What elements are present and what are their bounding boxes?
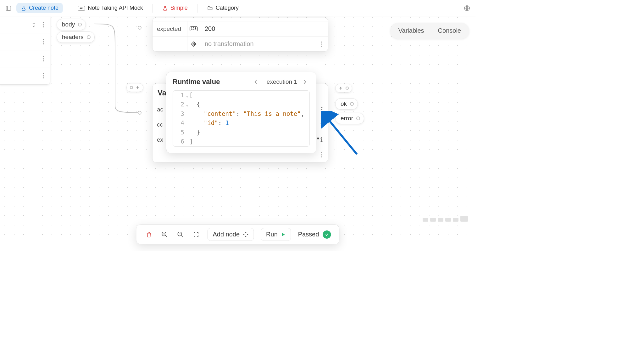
bottom-toolbar: Add node Run Passed <box>136 224 339 244</box>
svg-point-26 <box>321 154 322 155</box>
svg-point-17 <box>138 26 141 29</box>
svg-point-24 <box>321 111 322 112</box>
add-node-button[interactable]: Add node <box>207 228 254 241</box>
svg-point-8 <box>42 39 43 40</box>
pill-label: body <box>62 21 75 28</box>
separator <box>197 4 197 13</box>
kebab-icon[interactable] <box>39 55 47 63</box>
api-icon: API <box>78 6 85 11</box>
port-dot[interactable] <box>356 116 360 120</box>
execution-label: execution 1 <box>267 78 297 85</box>
expected-panel: expected 123 200 no transformation <box>152 18 328 52</box>
output-pill-ok[interactable]: ok <box>335 98 358 110</box>
tab-label: Create note <box>29 5 58 11</box>
updown-icon[interactable] <box>31 21 37 29</box>
port-dot[interactable] <box>78 23 82 26</box>
sidebar-toggle-icon[interactable] <box>3 3 14 14</box>
runtime-value-popover: Runtime value execution 1 1v[2v {3 "cont… <box>166 72 316 153</box>
popover-title: Runtime value <box>173 78 220 86</box>
svg-point-27 <box>321 156 322 157</box>
button-label: Add node <box>213 231 240 238</box>
pill-label: headers <box>62 34 84 41</box>
type-number-icon: 123 <box>187 21 200 36</box>
svg-rect-36 <box>245 232 246 233</box>
svg-point-23 <box>321 109 322 110</box>
zoom-in-icon[interactable] <box>160 230 169 239</box>
fit-icon[interactable] <box>192 230 200 239</box>
svg-point-11 <box>42 56 43 57</box>
kebab-icon[interactable] <box>318 40 325 48</box>
output-pill-error[interactable]: error <box>335 113 364 124</box>
flask-icon <box>162 5 168 11</box>
node-trigger-pill-right[interactable] <box>335 84 352 93</box>
code-viewer[interactable]: 1v[2v {3 "content": "This is a note",4 "… <box>173 90 310 147</box>
output-pill-body[interactable]: body <box>57 19 86 30</box>
svg-point-18 <box>138 111 141 114</box>
svg-line-30 <box>165 235 167 237</box>
tab-create-note[interactable]: Create note <box>16 3 63 13</box>
variables-console-toggle[interactable]: Variables Console <box>390 23 469 39</box>
svg-point-7 <box>42 26 43 27</box>
svg-point-15 <box>42 75 43 76</box>
svg-line-34 <box>181 235 183 237</box>
svg-point-13 <box>42 60 43 61</box>
svg-point-5 <box>42 22 43 23</box>
svg-point-21 <box>321 45 322 46</box>
chevron-right-icon[interactable] <box>303 79 310 85</box>
svg-rect-37 <box>245 235 246 237</box>
button-label: Run <box>266 231 278 238</box>
tab-api-mock[interactable]: API Note Taking API Mock <box>73 3 147 13</box>
seg-variables[interactable]: Variables <box>391 24 431 37</box>
flask-icon <box>21 5 26 11</box>
output-pill-headers[interactable]: headers <box>57 31 95 43</box>
svg-point-19 <box>321 41 322 42</box>
transform-icon[interactable] <box>187 37 200 51</box>
tab-label: Category <box>216 5 239 11</box>
globe-icon[interactable] <box>462 3 472 14</box>
play-icon <box>281 232 286 237</box>
updown-icon[interactable] <box>319 121 325 129</box>
port-dot[interactable] <box>346 87 349 90</box>
left-panel-fragment <box>0 16 50 85</box>
svg-point-14 <box>42 73 43 74</box>
svg-point-20 <box>321 43 322 44</box>
port-dot[interactable] <box>87 35 91 39</box>
chevron-left-icon[interactable] <box>254 79 261 85</box>
kebab-icon[interactable] <box>39 72 47 80</box>
trash-icon[interactable] <box>144 230 153 239</box>
svg-point-12 <box>42 58 43 59</box>
svg-point-9 <box>42 41 43 42</box>
run-button[interactable]: Run <box>261 228 291 241</box>
seg-console[interactable]: Console <box>431 24 468 37</box>
kebab-icon[interactable] <box>39 21 47 29</box>
expected-value[interactable]: 200 <box>200 21 328 36</box>
kebab-icon[interactable] <box>318 106 325 113</box>
minimap[interactable] <box>416 208 470 224</box>
row-label-expected: expected <box>153 21 187 36</box>
pill-label: ok <box>341 100 347 107</box>
svg-text:API: API <box>80 7 83 10</box>
transform-placeholder[interactable]: no transformation <box>200 37 315 51</box>
svg-point-10 <box>42 43 43 44</box>
separator <box>68 4 68 13</box>
kebab-icon[interactable] <box>39 38 47 46</box>
separator <box>153 4 153 13</box>
tab-label: Simple <box>170 5 188 11</box>
svg-point-22 <box>321 107 322 108</box>
tab-simple[interactable]: Simple <box>158 3 192 13</box>
svg-rect-39 <box>247 234 248 235</box>
tab-category[interactable]: Category <box>203 3 243 13</box>
tab-label: Note Taking API Mock <box>88 5 143 11</box>
port-dot[interactable] <box>350 102 354 106</box>
svg-point-25 <box>321 152 322 153</box>
edge-path <box>93 21 147 116</box>
pill-label: error <box>341 115 353 122</box>
top-bar: Create note API Note Taking API Mock Sim… <box>0 0 475 16</box>
zoom-out-icon[interactable] <box>176 230 185 239</box>
check-circle-icon <box>323 230 331 239</box>
svg-point-6 <box>42 24 43 25</box>
status-group: Passed <box>298 230 331 239</box>
svg-rect-0 <box>6 6 11 10</box>
kebab-icon[interactable] <box>318 151 325 159</box>
diamond-grid-icon <box>243 232 248 237</box>
